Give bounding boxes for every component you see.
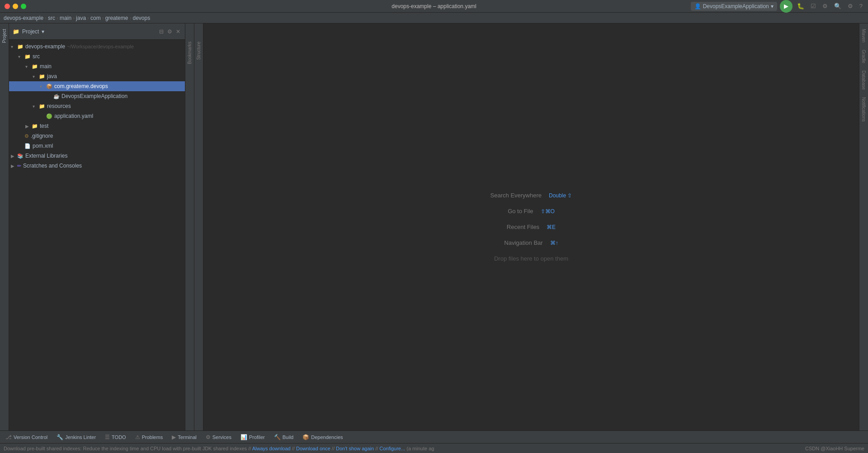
- version-control-label: Version Control: [14, 434, 47, 440]
- tab-problems[interactable]: ⚠ Problems: [133, 433, 165, 441]
- tree-item-java[interactable]: ▾ 📁 java: [9, 71, 185, 81]
- tree-hide-icon[interactable]: ✕: [175, 28, 181, 36]
- run-config-dropdown[interactable]: ▾: [771, 3, 774, 9]
- close-button[interactable]: [5, 4, 10, 9]
- tab-services[interactable]: ⚙ Services: [204, 433, 233, 441]
- breadcrumb-item-5[interactable]: greateme: [105, 15, 128, 21]
- arrow-src: ▾: [18, 54, 24, 59]
- tab-todo[interactable]: ☰ TODO: [103, 433, 128, 441]
- hint-recent-files: Recent Files ⌘E: [507, 224, 556, 230]
- notifications-panel-label[interactable]: Notifications: [861, 97, 866, 121]
- tree-item-scratches[interactable]: ▶ ✏ Scratches and Consoles: [9, 161, 185, 171]
- tree-settings-icon[interactable]: ⚙: [166, 28, 173, 36]
- maximize-button[interactable]: [21, 4, 26, 9]
- tree-item-pom[interactable]: 📄 pom.xml: [9, 141, 185, 151]
- title-bar: devops-example – application.yaml 👤 Devo…: [0, 0, 868, 13]
- hint-go-to-file: Go to File ⇧⌘O: [508, 208, 555, 215]
- download-once-link[interactable]: Download once: [296, 446, 330, 451]
- tree-item-src[interactable]: ▾ 📁 src: [9, 51, 185, 61]
- database-panel-label[interactable]: Database: [861, 70, 866, 90]
- hint-search-everywhere: Search Everywhere Double ⇧: [491, 192, 572, 199]
- profiler-label: Profiler: [249, 434, 265, 440]
- right-panel-strip: Maven Gradle Database Notifications: [859, 23, 868, 430]
- status-sep3: //: [375, 446, 379, 451]
- breadcrumb-item-4[interactable]: com: [90, 15, 101, 21]
- jenkins-icon: 🔧: [57, 434, 63, 440]
- bookmarks-label[interactable]: Bookmarks: [187, 42, 192, 64]
- run-config-selector[interactable]: 👤 DevopsExampleApplication ▾: [691, 2, 777, 11]
- jenkins-label: Jenkins Linter: [65, 434, 96, 440]
- gitignore-icon: ⚙: [24, 133, 29, 139]
- dont-show-link[interactable]: Don't show again: [336, 446, 374, 451]
- yaml-icon: 🟢: [46, 113, 52, 119]
- folder-icon-test: 📁: [32, 123, 38, 129]
- tree-item-application-yaml[interactable]: 🟢 application.yaml: [9, 111, 185, 121]
- tree-label-java: java: [47, 73, 57, 79]
- arrow-main: ▾: [25, 64, 32, 69]
- tree-item-devops-example[interactable]: ▾ 📁 devops-example ~/Workspace/devops-ex…: [9, 42, 185, 51]
- minimize-button[interactable]: [13, 4, 18, 9]
- always-download-link[interactable]: Always download: [252, 446, 291, 451]
- folder-icon-java: 📁: [39, 74, 45, 79]
- folder-icon-main: 📁: [32, 64, 38, 70]
- tab-profiler[interactable]: 📊 Profiler: [239, 433, 267, 441]
- tree-item-main[interactable]: ▾ 📁 main: [9, 61, 185, 71]
- structure-label[interactable]: Structure: [196, 42, 201, 60]
- tree-item-devops-app[interactable]: ☕ DevopsExampleApplication: [9, 91, 185, 101]
- tree-label-devops-app: DevopsExampleApplication: [61, 93, 127, 99]
- arrow-package: ▾: [40, 84, 46, 89]
- tree-label-yaml: application.yaml: [54, 113, 93, 119]
- tree-label-ext-libs: External Libraries: [25, 153, 67, 159]
- navigation-bar-label: Navigation Bar: [504, 239, 542, 246]
- status-sep2: //: [332, 446, 336, 451]
- tree-item-resources[interactable]: ▾ 📁 resources: [9, 101, 185, 111]
- debug-button[interactable]: 🐛: [795, 2, 806, 10]
- window-title: devops-example – application.yaml: [392, 3, 476, 9]
- run-button[interactable]: ▶: [780, 0, 793, 13]
- folder-icon-devops: 📁: [17, 44, 24, 50]
- breadcrumb-item-2[interactable]: main: [60, 15, 71, 21]
- tree-item-test[interactable]: ▶ 📁 test: [9, 121, 185, 131]
- arrow-test: ▶: [25, 124, 32, 129]
- tree-label-devops-example: devops-example: [25, 43, 65, 50]
- tree-header-title: 📁 Project ▾: [13, 28, 44, 35]
- tab-build[interactable]: 🔨 Build: [272, 433, 295, 441]
- breadcrumb-item-1[interactable]: src: [48, 15, 55, 21]
- breadcrumb-item-3[interactable]: java: [76, 15, 86, 21]
- tree-item-com-greateme-devops[interactable]: ▾ 📦 com.greateme.devops: [9, 81, 185, 91]
- collapse-all-icon[interactable]: ⊟: [158, 28, 165, 36]
- help-button[interactable]: ?: [858, 2, 864, 10]
- project-dropdown-icon[interactable]: ▾: [42, 28, 44, 35]
- status-sep1: //: [292, 446, 296, 451]
- tab-terminal[interactable]: ▶ Terminal: [170, 433, 198, 441]
- file-tree-content: ▾ 📁 devops-example ~/Workspace/devops-ex…: [9, 40, 185, 430]
- recent-files-label: Recent Files: [507, 224, 539, 230]
- tree-item-gitignore[interactable]: ⚙ .gitignore: [9, 131, 185, 141]
- tab-dependencies[interactable]: 📦 Dependencies: [301, 433, 344, 441]
- tree-item-ext-libs[interactable]: ▶ 📚 External Libraries: [9, 151, 185, 161]
- ext-lib-icon: 📚: [17, 153, 24, 159]
- tree-label-test: test: [40, 123, 48, 129]
- breadcrumb-item-0[interactable]: devops-example: [4, 15, 43, 21]
- coverage-button[interactable]: ☑: [809, 2, 818, 10]
- maven-panel-label[interactable]: Maven: [861, 29, 866, 42]
- tree-label-gitignore: .gitignore: [31, 133, 53, 139]
- structure-strip: Structure: [194, 23, 203, 430]
- problems-label: Problems: [142, 434, 163, 440]
- gradle-panel-label[interactable]: Gradle: [861, 50, 866, 63]
- go-to-file-label: Go to File: [508, 208, 533, 215]
- left-panel-strip: Project: [0, 23, 9, 430]
- search-button[interactable]: 🔍: [832, 2, 843, 10]
- breadcrumb-item-6[interactable]: devops: [132, 15, 150, 21]
- version-control-icon: ⎇: [5, 434, 12, 440]
- project-icon: 📁: [13, 28, 19, 35]
- tab-jenkins-linter[interactable]: 🔧 Jenkins Linter: [55, 433, 98, 441]
- tree-label-resources: resources: [47, 103, 71, 109]
- settings-button[interactable]: ⚙: [821, 2, 830, 10]
- gear-button[interactable]: ⚙: [846, 2, 855, 10]
- tab-version-control[interactable]: ⎇ Version Control: [4, 433, 49, 441]
- problems-icon: ⚠: [135, 434, 140, 440]
- drop-files-text: Drop files here to open them: [494, 255, 568, 262]
- configure-link[interactable]: Configure...: [379, 446, 405, 451]
- project-strip-label[interactable]: Project: [2, 29, 7, 43]
